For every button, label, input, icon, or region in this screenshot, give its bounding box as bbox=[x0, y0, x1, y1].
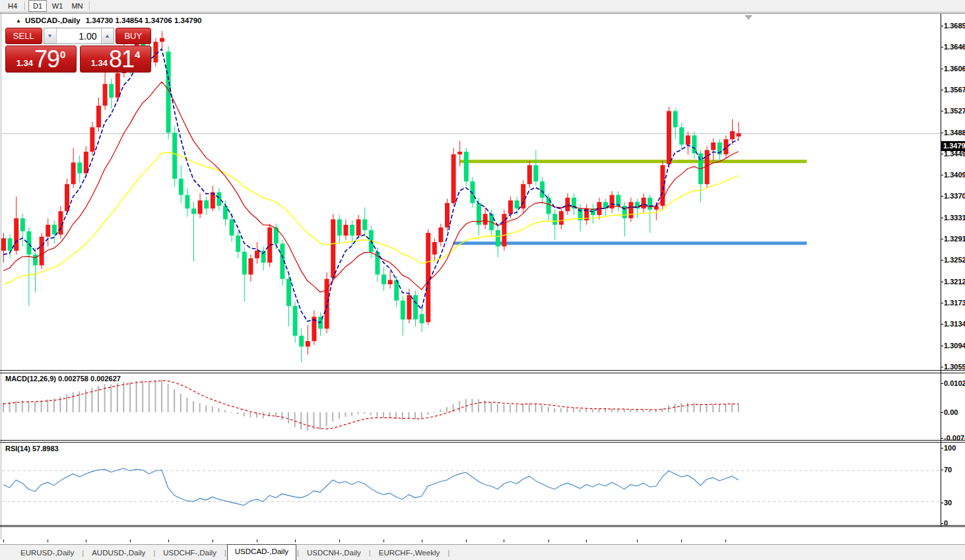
buy-button[interactable]: BUY bbox=[116, 28, 152, 44]
tab-eurusd-daily[interactable]: EURUSD-,Daily bbox=[13, 546, 81, 560]
date-tick-mark bbox=[130, 540, 131, 542]
main-chart-canvas[interactable] bbox=[0, 13, 965, 544]
date-tick-mark bbox=[383, 540, 384, 542]
axis-tick bbox=[941, 154, 943, 154]
date-tick-mark bbox=[86, 540, 86, 542]
macd-tick: 0.00 bbox=[944, 408, 958, 416]
buy-price-panel[interactable]: 1.34814 bbox=[80, 46, 151, 73]
one-click-trade-panel: SELL ▼ 1.00 ▲ BUY 1.34790 1.34814 bbox=[5, 28, 151, 73]
current-price-badge: 1.34790 bbox=[941, 141, 965, 151]
date-tick-mark bbox=[549, 540, 549, 542]
rsi-tick: 70 bbox=[944, 466, 952, 474]
axis-tick bbox=[941, 196, 943, 197]
buy-price-sup: 4 bbox=[135, 49, 140, 60]
tab-audusd-daily[interactable]: AUDUSD-,Daily bbox=[84, 546, 152, 560]
axis-tick bbox=[941, 412, 943, 413]
axis-tick bbox=[941, 69, 943, 69]
volume-input[interactable]: 1.00 bbox=[57, 28, 101, 44]
tab-usdcad-daily[interactable]: USDCAD-,Daily bbox=[227, 544, 296, 560]
price-tick: 1.32120 bbox=[944, 278, 965, 286]
axis-tick bbox=[941, 470, 943, 470]
sell-price-prefix: 1.34 bbox=[17, 58, 33, 68]
rsi-tick: 30 bbox=[944, 499, 952, 507]
axis-tick bbox=[941, 303, 943, 303]
timeframe-h4[interactable]: H4 bbox=[3, 0, 22, 12]
date-tick-mark bbox=[681, 540, 682, 542]
rsi-tick: 100 bbox=[944, 444, 956, 452]
buy-price-big: 81 bbox=[109, 48, 134, 71]
sell-price-panel[interactable]: 1.34790 bbox=[5, 46, 77, 73]
volume-decrease-icon[interactable]: ▼ bbox=[44, 28, 57, 44]
date-tick-mark bbox=[295, 540, 296, 542]
timeframe-toolbar: H4D1W1MN bbox=[0, 0, 965, 13]
price-tick: 1.31340 bbox=[944, 320, 965, 328]
price-tick: 1.35670 bbox=[944, 86, 965, 94]
chart-frame: ▲USDCAD-,Daily1.34730 1.34854 1.34706 1.… bbox=[0, 13, 965, 544]
volume-stepper: ▼ 1.00 ▲ bbox=[44, 28, 114, 44]
date-tick-mark bbox=[339, 540, 340, 542]
price-tick: 1.35270 bbox=[944, 107, 965, 115]
date-tick-mark bbox=[504, 540, 504, 542]
sell-price-sup: 0 bbox=[60, 49, 65, 60]
tab-usdcnh-daily[interactable]: USDCNH-,Daily bbox=[300, 546, 368, 560]
price-tick: 1.30940 bbox=[944, 342, 965, 350]
date-tick-mark bbox=[466, 540, 467, 542]
macd-label: MACD(12,26,9) 0.002758 0.002627 bbox=[5, 375, 121, 383]
sell-price-big: 79 bbox=[34, 48, 59, 71]
price-tick: 1.33700 bbox=[944, 192, 965, 200]
tab-separator: | bbox=[447, 549, 450, 557]
axis-tick bbox=[941, 324, 943, 325]
price-tick: 1.34880 bbox=[944, 129, 965, 137]
axis-tick bbox=[941, 448, 943, 449]
macd-tick: -0.007477 bbox=[944, 434, 965, 442]
chart-shift-icon[interactable] bbox=[745, 15, 752, 20]
axis-tick bbox=[941, 47, 943, 47]
symbol-tab-bar: EURUSD-,Daily|AUDUSD-,Daily|USDCHF-,Dail… bbox=[0, 544, 965, 560]
price-tick: 1.36460 bbox=[944, 43, 965, 51]
chart-title: ▲USDCAD-,Daily1.34730 1.34854 1.34706 1.… bbox=[16, 16, 202, 24]
date-tick-mark bbox=[725, 540, 726, 542]
axis-tick bbox=[941, 503, 943, 503]
symbol-name: USDCAD-,Daily bbox=[25, 16, 81, 24]
price-tick: 1.32910 bbox=[944, 235, 965, 243]
axis-tick bbox=[941, 111, 943, 111]
axis-tick bbox=[941, 218, 943, 218]
axis-tick bbox=[941, 523, 943, 524]
macd-tick: 0.010229 bbox=[944, 379, 965, 387]
collapse-triangle-icon[interactable]: ▲ bbox=[16, 18, 21, 24]
axis-tick bbox=[941, 367, 943, 367]
axis-tick bbox=[941, 90, 943, 90]
axis-tick bbox=[941, 383, 943, 384]
timeframe-d1[interactable]: D1 bbox=[28, 0, 47, 12]
date-tick-mark bbox=[257, 540, 257, 542]
price-tick: 1.33310 bbox=[944, 214, 965, 222]
timeframe-w1[interactable]: W1 bbox=[48, 0, 67, 12]
tab-eurchf-weekly[interactable]: EURCHF-,Weekly bbox=[372, 546, 447, 560]
date-tick-mark bbox=[3, 540, 4, 542]
date-tick-mark bbox=[637, 540, 638, 542]
price-tick: 1.32520 bbox=[944, 256, 965, 264]
volume-increase-icon[interactable]: ▲ bbox=[101, 28, 114, 44]
axis-tick bbox=[941, 282, 943, 282]
date-tick-mark bbox=[168, 540, 169, 542]
terminal-window: H4D1W1MN ▲USDCAD-,Daily1.34730 1.34854 1… bbox=[0, 0, 965, 560]
rsi-label: RSI(14) 57.8983 bbox=[5, 445, 59, 452]
buy-price-prefix: 1.34 bbox=[91, 58, 108, 68]
price-tick: 1.36850 bbox=[944, 22, 965, 30]
price-tick: 1.31730 bbox=[944, 299, 965, 307]
toolbar-separator bbox=[89, 1, 90, 11]
date-tick-mark bbox=[422, 540, 422, 542]
timeframe-mn[interactable]: MN bbox=[68, 0, 86, 12]
axis-tick bbox=[941, 346, 943, 346]
axis-tick bbox=[941, 239, 943, 239]
ohlc-values: 1.34730 1.34854 1.34706 1.34790 bbox=[86, 16, 202, 24]
toolbar-separator bbox=[24, 1, 26, 11]
date-tick-mark bbox=[48, 540, 48, 542]
rsi-tick: 0 bbox=[944, 519, 948, 527]
price-tick: 1.30550 bbox=[944, 363, 965, 371]
sell-button[interactable]: SELL bbox=[5, 28, 42, 44]
price-tick: 1.34090 bbox=[944, 171, 965, 179]
axis-tick bbox=[941, 260, 943, 261]
tab-usdchf-daily[interactable]: USDCHF-,Daily bbox=[156, 546, 224, 560]
date-tick-mark bbox=[213, 540, 213, 542]
